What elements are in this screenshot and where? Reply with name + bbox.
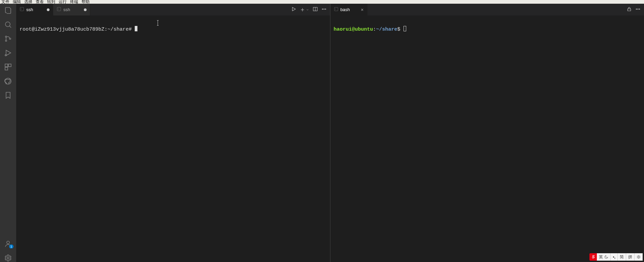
tab-actions-left — [288, 4, 330, 15]
svg-point-11 — [7, 241, 9, 244]
settings-gear-icon[interactable] — [0, 254, 16, 262]
account-badge: 1 — [9, 244, 13, 249]
svg-point-25 — [636, 9, 637, 9]
run-debug-icon[interactable] — [0, 49, 16, 57]
svg-point-22 — [325, 9, 326, 9]
svg-point-27 — [639, 9, 640, 9]
chevron-down-icon[interactable] — [306, 8, 309, 11]
split-editor-icon[interactable] — [313, 6, 318, 13]
app-window: 文件 编辑 选择 查看 转到 运行 终端 帮助 — [0, 0, 644, 262]
more-icon[interactable] — [321, 6, 327, 13]
prompt-at: @ — [352, 27, 355, 32]
ime-lang[interactable]: 英 — [597, 253, 610, 261]
prompt-dollar: $ — [397, 27, 404, 32]
dirty-indicator-icon — [47, 8, 50, 11]
tab-actions-right — [623, 4, 644, 15]
terminal-file-icon — [20, 7, 24, 12]
svg-rect-23 — [334, 7, 338, 11]
terminal-file-icon — [334, 7, 339, 12]
ime-mode-label: 简 — [620, 254, 624, 260]
ime-logo-icon[interactable]: S — [589, 253, 597, 261]
prompt-colon: : — [373, 27, 376, 32]
tab-ssh-2[interactable]: ssh — [53, 4, 90, 15]
new-terminal-icon[interactable] — [300, 7, 309, 12]
tab-label: ssh — [26, 7, 33, 12]
activity-bar: 1 — [0, 4, 16, 262]
prompt-tilde: ~ — [376, 27, 379, 32]
more-icon[interactable] — [635, 6, 641, 13]
terminal-left[interactable]: root@iZwz913vjju8a78ucb789bZ:~/share# — [16, 15, 330, 262]
svg-point-21 — [324, 9, 324, 9]
close-icon[interactable]: × — [361, 7, 363, 12]
terminal-file-icon — [57, 7, 61, 12]
svg-point-3 — [5, 40, 7, 41]
prompt-host: ubuntu — [355, 27, 373, 32]
source-control-icon[interactable] — [0, 35, 16, 43]
svg-rect-14 — [57, 7, 61, 11]
prompt-user: haorui — [334, 27, 352, 32]
tab-bash[interactable]: bash × — [330, 4, 367, 15]
run-icon[interactable] — [291, 6, 296, 13]
svg-point-4 — [9, 38, 11, 39]
ime-lang-label: 英 — [599, 254, 603, 260]
svg-marker-15 — [292, 7, 295, 11]
editor-groups: ssh ssh — [16, 4, 644, 262]
editor-group-right: bash × haorui@ubuntu:~/share$ — [330, 4, 644, 262]
svg-point-28 — [638, 257, 639, 258]
gear-icon — [637, 255, 641, 259]
terminal-cursor — [135, 26, 137, 31]
prompt-path: /share — [379, 27, 397, 32]
terminal-prompt: root@iZwz913vjju8a78ucb789bZ:~/share# — [20, 27, 135, 32]
svg-marker-5 — [6, 50, 11, 56]
svg-line-1 — [9, 26, 11, 28]
terminal-right[interactable]: haorui@ubuntu:~/share$ — [330, 15, 644, 262]
svg-point-12 — [7, 257, 9, 259]
tab-label: bash — [341, 7, 350, 12]
svg-rect-8 — [8, 64, 11, 67]
explorer-icon[interactable] — [0, 6, 16, 14]
svg-point-0 — [5, 22, 10, 27]
text-cursor-ibeam — [158, 20, 158, 26]
ime-punct[interactable]: •, — [610, 253, 617, 261]
ime-mode[interactable]: 简 — [617, 253, 626, 261]
ime-settings[interactable] — [634, 253, 643, 261]
dirty-indicator-icon — [84, 8, 87, 11]
moon-icon — [604, 255, 608, 259]
svg-point-6 — [5, 55, 6, 56]
ime-type[interactable]: 拼 — [626, 253, 634, 261]
svg-point-26 — [638, 9, 638, 9]
extensions-icon[interactable] — [0, 63, 16, 71]
account-icon[interactable]: 1 — [0, 240, 16, 248]
terminal-cursor — [404, 26, 406, 31]
svg-point-2 — [5, 36, 7, 37]
tab-row-right: bash × — [330, 4, 644, 15]
tab-row-left: ssh ssh — [16, 4, 330, 15]
lock-icon[interactable] — [626, 6, 632, 13]
svg-rect-13 — [20, 7, 24, 11]
editor-group-left: ssh ssh — [16, 4, 330, 262]
search-icon[interactable] — [0, 21, 16, 29]
svg-rect-9 — [5, 67, 8, 70]
tab-label: ssh — [63, 7, 70, 12]
bookmark-icon[interactable] — [0, 91, 16, 99]
tab-ssh-1[interactable]: ssh — [16, 4, 53, 15]
github-icon[interactable] — [0, 77, 16, 85]
svg-point-20 — [322, 9, 323, 9]
svg-rect-7 — [5, 64, 8, 67]
ime-bar[interactable]: S 英 •, 简 拼 — [589, 253, 643, 261]
svg-rect-24 — [627, 9, 631, 11]
menu-bar: 文件 编辑 选择 查看 转到 运行 终端 帮助 — [0, 0, 644, 4]
main-area: 1 ssh — [0, 4, 644, 262]
ime-type-label: 拼 — [628, 254, 632, 260]
